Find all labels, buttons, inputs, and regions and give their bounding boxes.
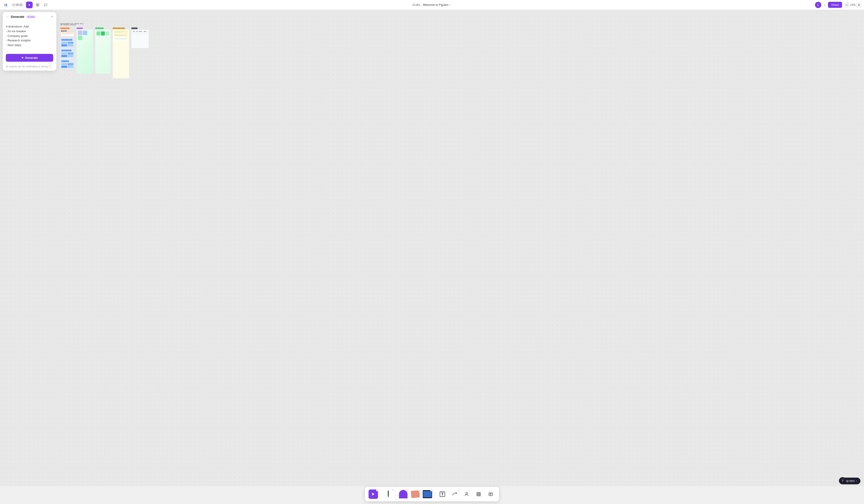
mkt-block-1 <box>61 63 67 65</box>
person-button[interactable] <box>462 490 471 499</box>
next-steps-table: Tasks Due Assignee Status — — — <box>133 31 148 35</box>
panel-text-line3: - Company goals <box>6 34 53 38</box>
user-persona-label: User Persona Analysis <box>61 39 72 41</box>
zoom-level[interactable]: 13% <box>850 3 855 7</box>
zoom-out-button[interactable]: − <box>844 2 849 8</box>
block-1 <box>61 42 67 44</box>
market-trends-card[interactable]: Market Trends <box>60 59 74 69</box>
conclusion-section: Conclusion and Wrap-up <box>113 27 129 78</box>
divider-2 <box>396 490 396 498</box>
panel-text: A brainstorm. Add - An ice breaker - Com… <box>6 24 53 48</box>
user-persona-label-row: User Persona Analysis <box>61 38 73 41</box>
cursor-expand: ▴ <box>376 489 379 491</box>
comp-block-3 <box>61 55 67 57</box>
svg-rect-10 <box>38 5 39 6</box>
sticky-blue-1 <box>83 30 87 35</box>
mkt-block-2 <box>68 63 73 65</box>
shapes-expand: ▴ <box>406 489 409 491</box>
toolbar-group-stickers: ▴ <box>411 490 420 499</box>
competitor-blocks <box>61 52 73 57</box>
breadcrumb: Drafts / Welcome to FigJam <box>412 3 452 7</box>
user-persona-blocks <box>61 42 73 47</box>
file-title: Welcome to FigJam <box>423 3 452 7</box>
green-block-2 <box>101 31 105 35</box>
cursor-tool-button[interactable]: ▴ <box>369 490 378 499</box>
user-persona-card[interactable]: User Persona Analysis <box>60 38 74 47</box>
svg-rect-1 <box>6 4 7 5</box>
green-block-1 <box>96 31 100 35</box>
topbar-center: Drafts / Welcome to FigJam <box>412 3 452 7</box>
stickers-button[interactable]: ▴ <box>411 490 420 499</box>
shapes-button[interactable]: ▴ <box>399 490 408 499</box>
device-button[interactable]: ▴ <box>423 490 432 499</box>
conclusion-card[interactable] <box>113 29 129 78</box>
job-findings-label: Job Findings <box>61 30 67 32</box>
svg-rect-3 <box>6 5 7 6</box>
toolbar-group-person <box>462 490 471 499</box>
ai-star-button[interactable]: ✦ <box>26 2 33 8</box>
panel-text-line1: A brainstorm. Add <box>6 24 53 29</box>
time-value: 06:00 <box>16 3 22 7</box>
brainstorm-title: BRAINSTORMING FOR COMPANY GOALSAND RESEA… <box>60 23 149 25</box>
sticky-green-1 <box>78 36 82 40</box>
table-button[interactable] <box>486 490 495 499</box>
connector-button[interactable]: ▴ <box>450 490 459 499</box>
svg-rect-8 <box>38 3 39 5</box>
sticky-purple-1 <box>78 30 82 35</box>
purple-shape-preview <box>399 490 408 499</box>
block-2 <box>68 42 73 44</box>
info-icon: i <box>49 65 52 68</box>
connector-expand: ▴ <box>457 489 460 491</box>
toolbar-group-text: T <box>438 490 447 499</box>
svg-marker-12 <box>388 495 389 498</box>
canvas-layout: Research Insights Job Findings <box>60 27 149 78</box>
icebreaker-label: Icebreaker <box>77 27 83 29</box>
green-block-3 <box>105 31 109 35</box>
mkt-block-4 <box>68 66 73 68</box>
icebreaker-card[interactable] <box>77 29 93 74</box>
green-blocks <box>96 31 109 35</box>
topbar-right: L Share − 13% + <box>815 2 861 8</box>
text-tool-button[interactable]: T <box>438 490 447 499</box>
pen-tool-button[interactable]: ▴ <box>384 490 393 499</box>
svg-rect-7 <box>36 3 37 5</box>
help-button[interactable]: ? <box>839 477 846 484</box>
research-insights-label: Research Insights <box>60 27 70 29</box>
competitor-card[interactable]: Competitor Analysis <box>60 48 74 58</box>
drafts-link[interactable]: Drafts <box>412 3 420 7</box>
toolbar-group-device: ▴ <box>423 490 432 499</box>
grid-view-icon[interactable] <box>34 2 41 8</box>
block-4 <box>68 44 73 46</box>
panel-close-button[interactable]: × <box>51 15 53 19</box>
chat-icon[interactable] <box>43 2 49 8</box>
canvas-area[interactable]: BRAINSTORMING FOR COMPANY GOALSAND RESEA… <box>0 10 864 486</box>
svg-rect-9 <box>36 5 37 6</box>
conclusion-label: Conclusion and Wrap-up <box>113 27 124 29</box>
svg-rect-15 <box>477 492 481 496</box>
avatar[interactable]: L <box>815 2 821 8</box>
panel-back-button[interactable]: ← <box>6 15 9 19</box>
comp-block-1 <box>61 52 67 54</box>
sticky-group-1 <box>78 30 92 40</box>
research-insights-card[interactable]: Research Insights Job Findings <box>60 27 74 37</box>
skip-arrow-icon: › <box>856 479 857 482</box>
company-goals-card[interactable] <box>95 29 110 74</box>
svg-marker-13 <box>456 493 457 493</box>
toolbar-group-cursor: ▴ <box>369 490 378 499</box>
comp-block-4 <box>68 55 73 57</box>
competitor-label-row: Competitor Analysis <box>61 49 73 52</box>
salmon-shape-preview <box>411 490 420 498</box>
main-menu-icon[interactable] <box>3 2 9 8</box>
panel-title: Generate <box>11 15 24 19</box>
next-steps-card[interactable]: Tasks Due Assignee Status — — — <box>131 29 149 48</box>
company-goals-label: Company Goals <box>95 27 104 29</box>
toolbar-group-connector: ▴ <box>450 490 459 499</box>
zoom-in-button[interactable]: + <box>856 2 861 8</box>
doc-line-5 <box>61 35 69 36</box>
research-doc-card <box>60 32 74 37</box>
svg-rect-2 <box>4 5 5 6</box>
canvas-zoom-wrapper: BRAINSTORMING FOR COMPANY GOALSAND RESEA… <box>60 23 149 78</box>
generate-button[interactable]: ✦ Generate <box>6 54 53 62</box>
share-button[interactable]: Share <box>828 2 842 8</box>
frame-button[interactable] <box>474 490 483 499</box>
